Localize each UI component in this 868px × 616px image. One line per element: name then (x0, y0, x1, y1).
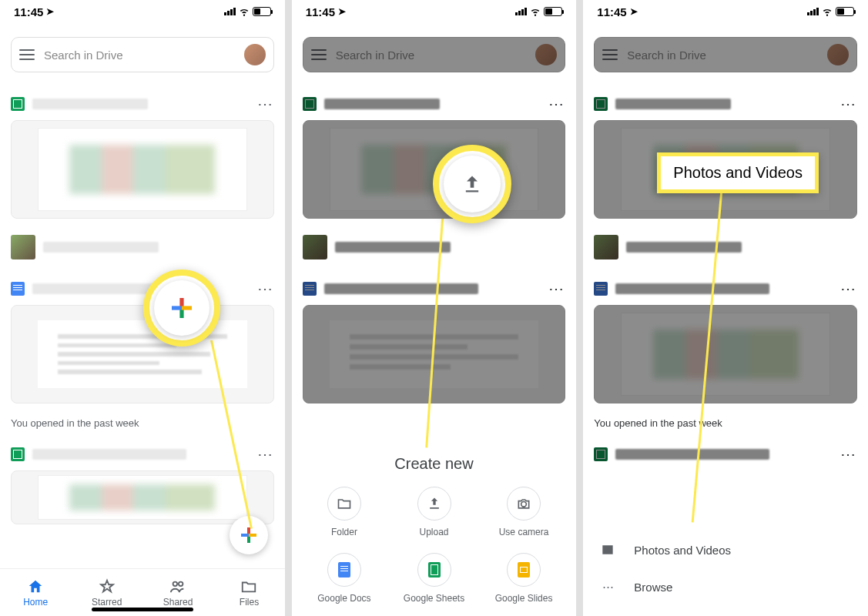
nav-label: Home (23, 597, 48, 608)
phone-screen-3: 11:45➤ Search in Drive ⋯ ⋯ You opened in… (583, 0, 868, 616)
file-item[interactable]: ⋯ (0, 268, 285, 411)
star-icon (99, 578, 116, 595)
more-icon[interactable]: ⋯ (257, 280, 274, 298)
callout-text: Photos and Videos (673, 164, 803, 181)
create-sheets[interactable]: Google Sheets (389, 553, 479, 604)
location-icon: ➤ (46, 6, 54, 17)
nav-label: Files (240, 597, 259, 608)
nav-label: Starred (92, 597, 122, 608)
create-docs[interactable]: Google Docs (300, 553, 390, 604)
upload-row-label: Browse (634, 581, 672, 594)
search-placeholder: Search in Drive (336, 49, 527, 62)
file-title-redacted (43, 242, 159, 253)
search-placeholder: Search in Drive (44, 49, 235, 62)
folder-icon (240, 578, 257, 595)
nav-files[interactable]: Files (213, 569, 284, 616)
avatar[interactable] (535, 44, 557, 65)
upload-icon (461, 173, 483, 195)
upload-highlight (433, 145, 511, 223)
file-title-redacted (32, 449, 186, 460)
avatar[interactable] (827, 44, 849, 65)
battery-icon (253, 7, 271, 16)
create-camera[interactable]: Use camera (479, 487, 569, 537)
wifi-icon (530, 6, 541, 17)
fab-highlight (143, 270, 220, 346)
home-icon (27, 578, 44, 595)
status-bar: 11:45 ➤ (0, 0, 285, 23)
location-icon: ➤ (630, 6, 638, 17)
plus-icon (172, 298, 192, 318)
file-title-redacted (32, 99, 148, 109)
sheet-title: Create new (292, 455, 577, 473)
file-item[interactable] (0, 226, 285, 268)
clock: 11:45 (14, 5, 43, 18)
file-item[interactable]: ⋯ (0, 83, 285, 226)
phone-screen-1: 11:45 ➤ Search in Drive ⋯ (0, 0, 285, 616)
upload-options-sheet: Photos and Videos ⋯ Browse (583, 521, 868, 616)
phone-screen-2: 11:45➤ Search in Drive ⋯ ⋯ Create new Fo… (292, 0, 577, 616)
docs-icon (11, 282, 25, 296)
nav-label: Shared (163, 597, 193, 608)
menu-icon[interactable] (602, 49, 618, 60)
image-icon (11, 235, 35, 259)
plus-icon (241, 527, 256, 543)
upload-icon (427, 496, 442, 511)
sheet-item-label: Google Sheets (404, 593, 464, 604)
clock: 11:45 (306, 5, 335, 18)
signal-icon (224, 8, 236, 15)
sheet-item-label: Use camera (499, 527, 549, 537)
signal-icon (515, 8, 527, 15)
more-icon[interactable]: ⋯ (257, 95, 274, 113)
status-bar: 11:45➤ (583, 0, 868, 23)
nav-home[interactable]: Home (0, 569, 71, 616)
upload-browse-row[interactable]: ⋯ Browse (583, 568, 868, 605)
home-indicator (92, 608, 193, 611)
upload-row-label: Photos and Videos (634, 544, 731, 557)
sheet-item-label: Google Slides (495, 593, 553, 604)
battery-icon (836, 7, 854, 16)
wifi-icon (239, 6, 250, 17)
wifi-icon (822, 6, 833, 17)
avatar[interactable] (244, 44, 266, 65)
signal-icon (807, 8, 819, 15)
sheet-item-label: Folder (331, 527, 357, 537)
more-icon[interactable]: ⋯ (257, 445, 274, 464)
sheets-icon (11, 447, 25, 461)
sheets-icon (11, 97, 25, 111)
search-bar[interactable]: Search in Drive (11, 37, 274, 72)
photos-icon (600, 542, 615, 557)
sheet-item-label: Upload (419, 527, 448, 537)
menu-icon[interactable] (311, 49, 327, 60)
upload-photos-row[interactable]: Photos and Videos (583, 531, 868, 568)
create-upload[interactable]: Upload (389, 487, 479, 537)
photos-callout: Photos and Videos (657, 152, 819, 193)
sheet-item-label: Google Docs (317, 593, 370, 604)
search-bar[interactable]: Search in Drive (594, 37, 857, 72)
folder-icon (337, 496, 352, 511)
screen1-content: 11:45 ➤ Search in Drive ⋯ (0, 0, 285, 532)
create-slides[interactable]: Google Slides (479, 553, 569, 604)
location-icon: ➤ (338, 6, 346, 17)
clock: 11:45 (597, 5, 626, 18)
section-label: You opened in the past week (0, 411, 285, 434)
section-label: You opened in the past week (583, 411, 868, 434)
create-new-sheet: Create new Folder Upload Use camera Goog… (292, 437, 577, 616)
more-icon: ⋯ (600, 579, 615, 594)
menu-icon[interactable] (19, 49, 35, 60)
status-bar: 11:45➤ (292, 0, 577, 23)
camera-icon (516, 496, 531, 511)
create-folder[interactable]: Folder (300, 487, 390, 537)
search-placeholder: Search in Drive (627, 49, 818, 62)
people-icon (169, 578, 186, 595)
search-bar[interactable]: Search in Drive (303, 37, 566, 72)
battery-icon (544, 7, 562, 16)
